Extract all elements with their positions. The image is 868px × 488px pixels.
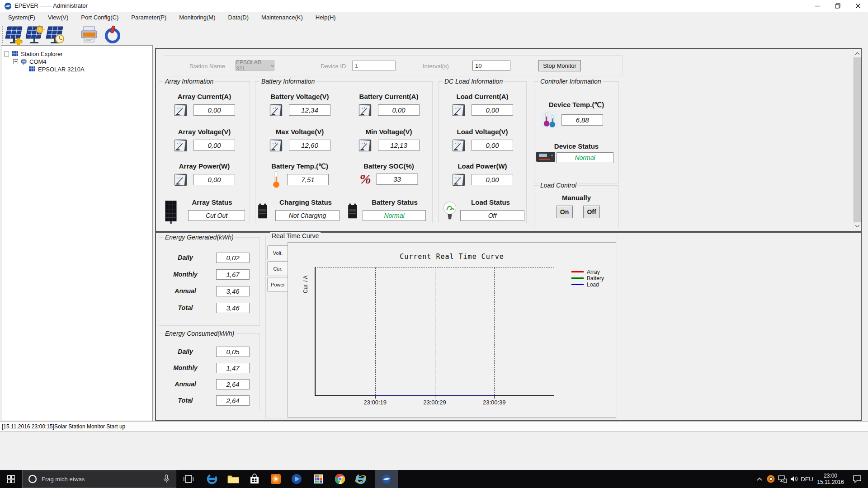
load-power-value: 0,00: [472, 174, 513, 185]
menu-monitoring[interactable]: Monitoring(M): [173, 12, 222, 23]
tray-language-button[interactable]: DEU: [799, 470, 815, 488]
close-icon: [855, 3, 861, 9]
window-title: EPEVER —— Administrator: [14, 0, 88, 12]
menu-bar: System(F) View(V) Port Config(C) Paramet…: [0, 12, 868, 23]
tab-power[interactable]: Power: [267, 277, 288, 292]
meter-icon: [358, 103, 373, 117]
chart-panel: Current Real Time Curve Cur. / A 23:00:1…: [288, 242, 616, 418]
tab-cur[interactable]: Cur.: [267, 261, 288, 276]
legend-swatch-battery: [571, 277, 584, 279]
cortana-icon: [28, 474, 37, 483]
tree-collapse-icon[interactable]: [13, 59, 18, 64]
power-exit-button[interactable]: [103, 25, 123, 45]
chart-title: Current Real Time Curve: [288, 253, 616, 261]
start-button[interactable]: [0, 470, 22, 488]
menu-system[interactable]: System(F): [2, 12, 42, 23]
clock-time: 23:00: [814, 473, 847, 479]
taskbar-store-button[interactable]: [244, 470, 265, 488]
load-power-label: Load Power(W): [439, 162, 526, 170]
tab-volt[interactable]: Volt.: [267, 245, 288, 260]
x-tick: [375, 396, 376, 399]
tree-collapse-icon[interactable]: [4, 52, 9, 56]
tree-item-label: COM4: [29, 58, 47, 65]
scroll-thumb[interactable]: [854, 57, 861, 222]
array-power-label: Array Power(W): [159, 162, 250, 170]
taskbar-player-button[interactable]: [286, 470, 307, 488]
history-data-button[interactable]: [45, 25, 65, 45]
taskbar-chrome-button[interactable]: [329, 470, 350, 488]
add-station-button[interactable]: [5, 25, 24, 45]
legend-item-battery: Battery: [571, 275, 604, 281]
close-button[interactable]: [848, 0, 868, 12]
energy-row-label: Total: [163, 397, 208, 404]
x-tick-label: 23:00:19: [363, 399, 387, 406]
taskbar-ie-button[interactable]: [350, 470, 371, 488]
load-on-button[interactable]: On: [556, 206, 573, 218]
scroll-up-button[interactable]: [854, 50, 861, 57]
menu-maintenance[interactable]: Maintenance(K): [255, 12, 309, 23]
chart-y-axis-label: Cur. / A: [302, 276, 309, 293]
battery-temp-label: Battery Temp.(℃): [255, 162, 344, 170]
tree-item-station-explorer[interactable]: Station Explorer: [4, 50, 63, 57]
group-title: Load Control: [538, 182, 578, 189]
real-time-curve-group: Real Time Curve Volt. Cur. Power Current…: [265, 236, 617, 418]
stop-monitor-button[interactable]: Stop Monitor: [538, 60, 581, 71]
taskbar-search-input[interactable]: Frag mich etwas: [22, 470, 176, 488]
gridline: [494, 267, 495, 395]
group-title: Controller Information: [538, 78, 603, 85]
file-explorer-icon: [227, 474, 239, 484]
x-tick-label: 23:00:39: [483, 399, 506, 406]
meter-icon: [452, 172, 466, 187]
network-icon: [778, 475, 787, 483]
legend-item-load: Load: [571, 282, 599, 287]
scroll-down-button[interactable]: [854, 222, 861, 230]
menu-port-config[interactable]: Port Config(C): [75, 12, 125, 23]
taskbar-apps-grid-button[interactable]: [307, 470, 329, 488]
battery-temp-value: 7,51: [287, 174, 329, 185]
print-button[interactable]: [79, 25, 99, 45]
energy-row-label: Total: [163, 304, 208, 311]
restore-button[interactable]: [827, 0, 848, 12]
menu-parameter[interactable]: Parameter(P): [125, 12, 173, 23]
battery-status-label: Battery Status: [344, 198, 433, 206]
task-view-button[interactable]: [178, 470, 199, 488]
battery-information-group: Battery Information Battery Voltage(V) 1…: [255, 81, 433, 223]
dual-thermometer-icon: [541, 111, 559, 129]
battery-status-value: Normal: [363, 210, 426, 221]
load-off-button[interactable]: Off: [583, 206, 600, 218]
menu-view[interactable]: View(V): [42, 12, 75, 23]
chevron-up-icon: [757, 478, 762, 481]
menu-help[interactable]: Help(H): [309, 12, 342, 23]
max-voltage-label: Max Voltage(V): [255, 128, 344, 136]
action-center-button[interactable]: [848, 470, 866, 488]
legend-label: Array: [587, 269, 600, 275]
tray-clock[interactable]: 23:00 15.11.2016: [814, 470, 847, 488]
monitor-panel: Station Name EPSOLAR 321 Device ID 1 Int…: [155, 48, 862, 232]
x-tick: [494, 396, 495, 399]
device-status-label: Device Status: [534, 142, 618, 150]
search-placeholder: Frag mich etwas: [42, 476, 85, 483]
taskbar-epever-active-app[interactable]: [375, 470, 398, 488]
tree-item-epsolar-3210a[interactable]: EPSOLAR 3210A: [28, 66, 85, 73]
x-tick: [435, 396, 435, 399]
device-id-input[interactable]: 1: [352, 61, 396, 70]
microphone-icon[interactable]: [163, 474, 170, 483]
taskbar-edge-button[interactable]: [201, 470, 222, 488]
load-voltage-label: Load Voltage(V): [439, 128, 526, 136]
taskbar-media-player-button[interactable]: [265, 470, 286, 488]
group-title: Energy Generated(kWh): [163, 234, 236, 241]
load-current-value: 0,00: [472, 104, 513, 116]
array-voltage-value: 0,00: [193, 140, 235, 151]
station-tree-panel: Station Explorer COM4 EPSOLAR 3210A: [1, 45, 153, 421]
station-name-select[interactable]: EPSOLAR 321: [236, 61, 274, 70]
interval-input[interactable]: 10: [472, 61, 510, 70]
minimize-button[interactable]: [807, 0, 827, 12]
station-name-value: EPSOLAR 321: [236, 59, 269, 72]
array-current-value: 0,00: [193, 104, 235, 116]
station-monitor-button[interactable]: [25, 25, 45, 45]
energy-generated-group: Energy Generated(kWh) Daily 0,02 Monthly…: [159, 237, 260, 326]
menu-data[interactable]: Data(D): [222, 12, 255, 23]
tree-item-com4[interactable]: COM4: [13, 58, 47, 65]
taskbar-file-explorer-button[interactable]: [222, 470, 244, 488]
vertical-scrollbar[interactable]: [853, 50, 861, 230]
